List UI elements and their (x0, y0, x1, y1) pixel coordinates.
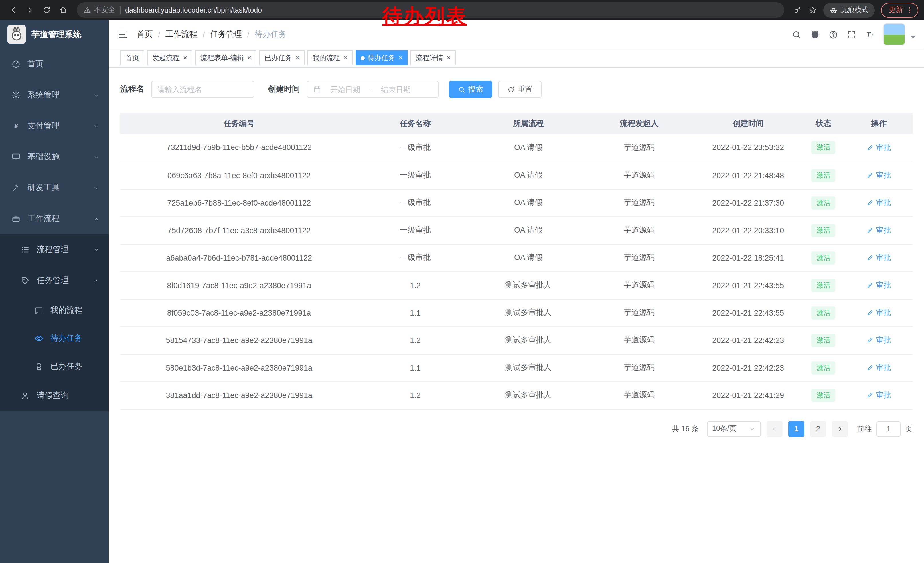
page-button-2[interactable]: 2 (810, 421, 826, 437)
font-size-icon[interactable]: TT (865, 30, 875, 39)
create-time-label: 创建时间 (268, 84, 300, 95)
password-key-icon[interactable] (794, 6, 802, 14)
breadcrumb-item[interactable]: 工作流程 (165, 29, 198, 39)
tab-start-process[interactable]: 发起流程× (147, 50, 192, 65)
browser-forward-button[interactable] (22, 2, 38, 18)
cell-created: 2022-01-21 22:41:29 (695, 381, 802, 409)
briefcase-icon (12, 214, 21, 224)
approve-link[interactable]: 审批 (867, 390, 891, 400)
close-icon[interactable]: × (398, 54, 402, 61)
page-button-1[interactable]: 1 (788, 421, 804, 437)
sidebar-item-system[interactable]: 系统管理 (0, 80, 109, 111)
fullscreen-icon[interactable] (847, 30, 856, 39)
cell-process: OA 请假 (473, 162, 584, 189)
approve-link[interactable]: 审批 (867, 252, 891, 263)
approve-link[interactable]: 审批 (867, 143, 891, 153)
sidebar-item-home[interactable]: 首页 (0, 49, 109, 80)
prev-page-button[interactable] (766, 421, 783, 437)
approve-link[interactable]: 审批 (867, 363, 891, 373)
security-label: 不安全 (94, 5, 116, 15)
sidebar-item-workflow[interactable]: 工作流程 (0, 203, 109, 234)
breadcrumb-separator: / (248, 30, 250, 39)
sidebar-item-label: 待办任务 (50, 333, 82, 343)
app-logo-row[interactable]: 芋道管理系统 (0, 20, 109, 49)
breadcrumb-item[interactable]: 首页 (137, 29, 153, 39)
tab-form-edit[interactable]: 流程表单-编辑× (195, 50, 256, 65)
status-badge: 激活 (812, 141, 836, 155)
cell-task-id: 069c6a63-7b8a-11ec-8ef0-acde48001122 (120, 162, 358, 189)
tab-home[interactable]: 首页 (120, 50, 144, 65)
sidebar-item-label: 已办任务 (50, 361, 82, 371)
cell-task-id: 580e1b3d-7ac8-11ec-a9e2-a2380e71991a (120, 354, 358, 381)
cell-process: 测试多审批人 (473, 272, 584, 299)
collapse-sidebar-button[interactable] (117, 29, 128, 40)
approve-link[interactable]: 审批 (867, 170, 891, 180)
cell-initiator: 芋道源码 (584, 216, 695, 244)
avatar-caret-icon[interactable] (910, 36, 916, 41)
next-page-button[interactable] (832, 421, 848, 437)
cell-process: OA 请假 (473, 189, 584, 216)
user-avatar[interactable] (884, 24, 905, 45)
tab-todo-task[interactable]: 待办任务× (356, 50, 408, 65)
table-row: 75d72608-7b7f-11ec-a3c8-acde48001122一级审批… (120, 216, 912, 244)
cell-task-name: 1.2 (358, 381, 472, 409)
sidebar-item-infra[interactable]: 基础设施 (0, 141, 109, 173)
sidebar-item-task-mgmt[interactable]: 任务管理 (0, 265, 109, 296)
close-icon[interactable]: × (295, 54, 299, 61)
browser-update-menu[interactable]: 更新 (881, 3, 918, 18)
browser-reload-button[interactable] (39, 2, 54, 18)
reset-button[interactable]: 重置 (498, 81, 542, 98)
browser-back-button[interactable] (6, 2, 21, 18)
security-indicator[interactable]: 不安全 (84, 5, 116, 15)
dashboard-icon (12, 60, 21, 69)
approve-link[interactable]: 审批 (867, 280, 891, 290)
cell-created: 2022-01-22 20:33:10 (695, 216, 802, 244)
goto-page-input[interactable] (876, 421, 900, 437)
goto-page: 前往 页 (857, 421, 912, 437)
close-icon[interactable]: × (183, 54, 187, 61)
table-row: 381aa1dd-7ac8-11ec-a9e2-a2380e71991a1.2测… (120, 381, 912, 409)
date-range-picker[interactable]: - (307, 81, 438, 98)
cell-task-name: 一级审批 (358, 162, 472, 189)
medal-icon (34, 362, 44, 371)
breadcrumb-item[interactable]: 任务管理 (210, 29, 242, 39)
close-icon[interactable]: × (343, 54, 348, 61)
tab-done-task[interactable]: 已办任务× (260, 50, 304, 65)
approve-link[interactable]: 审批 (867, 198, 891, 208)
sidebar-item-devtools[interactable]: 研发工具 (0, 173, 109, 203)
cell-process: 测试多审批人 (473, 381, 584, 409)
divider (120, 6, 120, 14)
sidebar-item-leave-query[interactable]: 请假查询 (0, 380, 109, 411)
table-row: 73211d9d-7b9b-11ec-b5b7-acde48001122一级审批… (120, 134, 912, 162)
sidebar-item-process-mgmt[interactable]: 流程管理 (0, 234, 109, 265)
close-icon[interactable]: × (446, 54, 450, 61)
sidebar-item-todo-task[interactable]: 待办任务 (0, 324, 109, 352)
page-size-select[interactable]: 10条/页 (707, 421, 761, 437)
approve-link[interactable]: 审批 (867, 335, 891, 345)
github-icon[interactable] (810, 30, 820, 39)
tab-process-detail[interactable]: 流程详情× (411, 50, 456, 65)
cell-task-id: 73211d9d-7b9b-11ec-b5b7-acde48001122 (120, 134, 358, 162)
close-icon[interactable]: × (247, 54, 251, 61)
pencil-icon (867, 337, 874, 344)
process-name-input[interactable] (158, 85, 248, 94)
tab-my-process[interactable]: 我的流程× (308, 50, 352, 65)
help-icon[interactable] (828, 30, 838, 39)
app-title: 芋道管理系统 (32, 29, 81, 40)
search-icon (458, 86, 465, 93)
approve-link[interactable]: 审批 (867, 225, 891, 236)
browser-home-button[interactable] (56, 2, 71, 18)
sidebar-item-done-task[interactable]: 已办任务 (0, 352, 109, 380)
approve-link[interactable]: 审批 (867, 308, 891, 318)
reload-icon (42, 6, 51, 14)
sidebar-item-my-process[interactable]: 我的流程 (0, 296, 109, 324)
search-button[interactable]: 搜索 (449, 81, 492, 98)
date-start-input[interactable] (325, 85, 366, 94)
bookmark-star-icon[interactable] (808, 6, 817, 14)
chevron-down-icon (93, 123, 100, 129)
cell-created: 2022-01-22 18:25:41 (695, 244, 802, 272)
sidebar-item-payment[interactable]: ¥支付管理 (0, 111, 109, 141)
search-icon[interactable] (792, 30, 801, 39)
cell-process: 测试多审批人 (473, 354, 584, 381)
date-end-input[interactable] (375, 85, 417, 94)
